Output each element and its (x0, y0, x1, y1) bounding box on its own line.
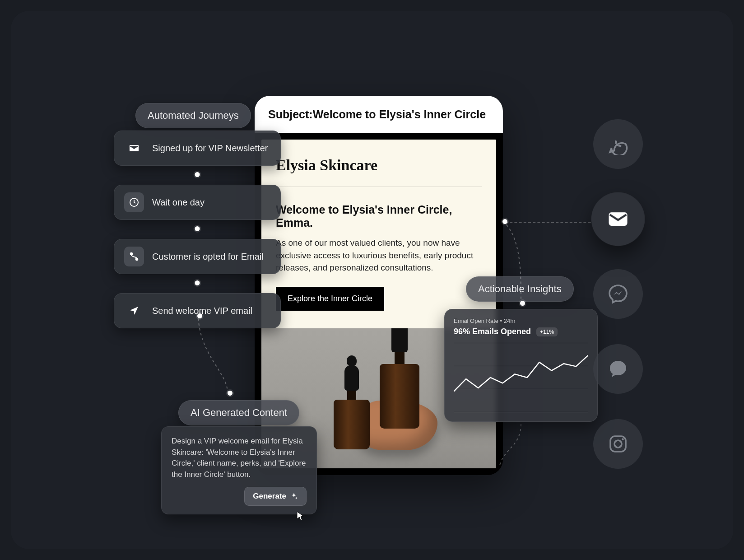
journey-step[interactable]: Wait one day (114, 185, 281, 220)
connector-dot (197, 313, 202, 318)
connector-dot (195, 280, 200, 285)
cursor-icon (295, 511, 306, 522)
sparkle-icon (290, 492, 298, 500)
journey-step[interactable]: Send welcome VIP email (114, 293, 281, 328)
insights-headline: 96% Emails Opened (454, 327, 531, 336)
send-icon (124, 301, 144, 321)
journey-step-label: Send welcome VIP email (152, 306, 252, 316)
email-subject: Welcome to Elysia's Inner Circle (313, 108, 486, 121)
subject-prefix: Subject: (268, 108, 313, 121)
connector-line (505, 222, 600, 223)
messenger-icon[interactable] (593, 269, 643, 319)
connector-dot (195, 172, 200, 177)
email-body: Elysia Skincare Welcome to Elysia's Inne… (261, 140, 496, 334)
svg-point-6 (622, 438, 623, 440)
canvas: Subject: Welcome to Elysia's Inner Circl… (11, 11, 733, 549)
chat-icon[interactable] (593, 344, 643, 394)
email-icon[interactable] (591, 192, 645, 246)
connector-dot (228, 391, 232, 396)
svg-point-2 (136, 258, 138, 261)
email-copy: As one of our most valued clients, you n… (276, 237, 482, 274)
automated-journeys-pill: Automated Journeys (135, 103, 251, 128)
svg-point-5 (614, 440, 622, 448)
journey-step[interactable]: Customer is opted for Email (114, 239, 281, 274)
connector-dot (520, 301, 525, 306)
insights-subtitle: Email Open Rate • 24hr (454, 317, 588, 324)
email-greeting: Welcome to Elysia's Inner Circle, Emma. (276, 203, 482, 229)
instagram-icon[interactable] (593, 419, 643, 469)
ai-prompt-text: Design a VIP welcome email for Elysia Sk… (172, 436, 307, 481)
ai-prompt-card: Design a VIP welcome email for Elysia Sk… (161, 426, 317, 514)
clock-icon (124, 192, 144, 212)
actionable-insights-pill: Actionable Insights (466, 276, 574, 302)
insights-delta-badge: +11% (536, 327, 558, 336)
journey-steps: Signed up for VIP Newsletter Wait one da… (114, 131, 281, 328)
insights-card: Email Open Rate • 24hr 96% Emails Opened… (444, 309, 598, 422)
branch-icon (124, 247, 144, 266)
ai-generated-content-pill: AI Generated Content (178, 400, 299, 425)
journey-step[interactable]: Signed up for VIP Newsletter (114, 131, 281, 166)
connector-dot (502, 219, 507, 224)
svg-point-1 (130, 253, 133, 255)
whatsapp-icon[interactable] (593, 119, 643, 169)
connector-dot (195, 226, 200, 231)
generate-label: Generate (253, 492, 286, 501)
channel-icon-stack (593, 119, 643, 469)
mail-icon (124, 138, 144, 158)
explore-cta-button[interactable]: Explore the Inner Circle (276, 287, 384, 311)
brand-name: Elysia Skincare (276, 157, 482, 187)
email-subject-bar: Subject: Welcome to Elysia's Inner Circl… (255, 96, 503, 133)
generate-button[interactable]: Generate (244, 487, 307, 506)
connector-line (498, 424, 553, 469)
journey-step-label: Wait one day (152, 197, 205, 208)
journey-step-label: Customer is opted for Email (152, 252, 264, 262)
journey-step-label: Signed up for VIP Newsletter (152, 143, 268, 154)
open-rate-chart (454, 343, 588, 413)
